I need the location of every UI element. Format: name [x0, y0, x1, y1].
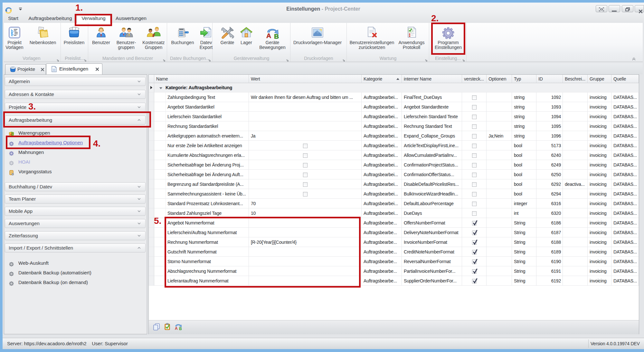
- svg-text:A: A: [175, 326, 178, 330]
- svg-text:B: B: [274, 33, 279, 39]
- svg-text:B: B: [179, 327, 182, 330]
- svg-text:A: A: [266, 32, 271, 39]
